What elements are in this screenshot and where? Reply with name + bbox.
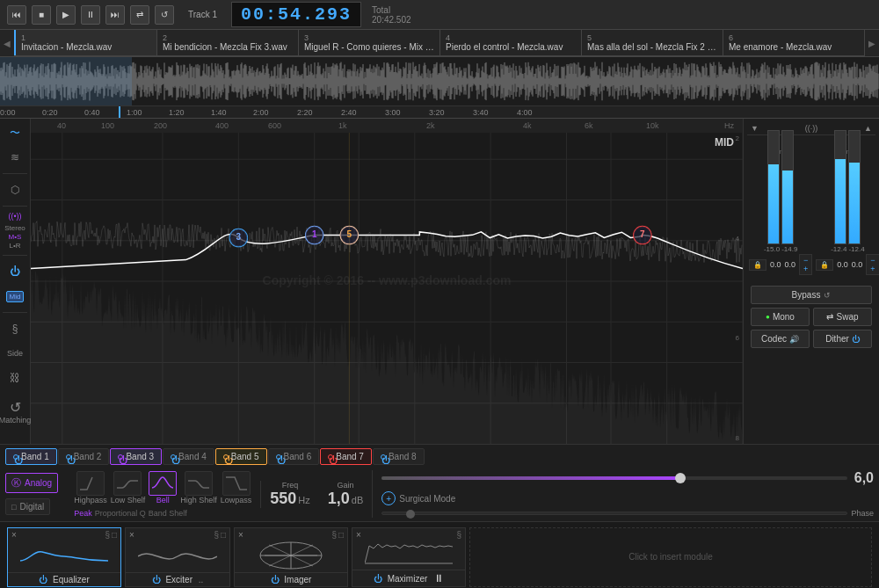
q-slider-container[interactable] xyxy=(381,476,846,480)
transport-bar: ⏮ ■ ▶ ⏸ ⏭ ⇄ ↺ Track 1 00:54.293 Total 20… xyxy=(0,0,879,30)
highpass-icon[interactable] xyxy=(76,471,105,496)
track-item-3[interactable]: 3 Miguel R - Como quieres - Mix (Or... xyxy=(299,30,440,55)
left-sidebar: 〜 ≋ ⬡ ((•)) Stereo M•S L•R ⏻ Mid § Side … xyxy=(0,119,31,444)
resize-icon[interactable]: ⬡ xyxy=(4,179,25,200)
timeline: 0:00 0:20 0:40 1:00 1:20 1:40 2:00 2:20 … xyxy=(0,105,879,119)
band-tab-2[interactable]: ⏻ Band 2 xyxy=(58,448,110,465)
track-list: 1 Invitacion - Mezcla.wav 2 Mi bendicion… xyxy=(14,30,865,56)
filter-type-icons: Highpass Low Shelf xyxy=(74,471,251,505)
sidebar-divider-3 xyxy=(3,255,26,256)
lowpass-icon[interactable] xyxy=(222,471,251,496)
stereo-mode-icon[interactable]: ((•)) xyxy=(8,212,21,221)
left-meter-group: -0.7 -0.8 Trms -15.0 -14.9 xyxy=(749,139,812,275)
band-tab-8[interactable]: ⏻ Band 8 xyxy=(373,448,425,465)
insert-module-slot[interactable]: Click to insert module xyxy=(469,527,872,587)
bottom-modules: × § □ ⏻ Equalizer × § □ ⏻ Exciter xyxy=(0,521,879,588)
link-icon[interactable]: § xyxy=(4,318,25,339)
sidebar-divider-1 xyxy=(3,173,26,174)
track-item-6[interactable]: 6 Me enamore - Mezcla.wav xyxy=(723,30,865,55)
right-buttons: Bypass ↺ ● Mono ⇄ Swap Codec 🔊 xyxy=(747,282,875,352)
mono-button[interactable]: ● Mono xyxy=(751,308,810,326)
q-slider-section: 6,0 + Surgical Mode Phase xyxy=(372,470,874,518)
right-meter-2 xyxy=(848,130,861,244)
band-tab-3[interactable]: ⏻ Band 3 xyxy=(110,448,162,465)
track-info: Track 1 xyxy=(188,10,217,19)
skip-back-button[interactable]: ⏮ xyxy=(7,5,26,25)
high-shelf-icon[interactable] xyxy=(185,471,213,496)
band-params: Ⓚ Analog □ Digital Highpass xyxy=(5,470,874,518)
freq-block: Freq 550 Hz xyxy=(270,481,310,508)
power-icon[interactable]: ⏻ xyxy=(4,261,25,282)
pause-button[interactable]: ⏸ xyxy=(81,5,100,25)
eq-freq-bar: 40 100 200 400 600 1k 2k 4k 6k 10k Hz xyxy=(31,119,743,133)
bypass-button[interactable]: Bypass ↺ xyxy=(751,286,872,304)
left-meter-1 xyxy=(767,130,780,244)
band-controls: ⏻ Band 1 ⏻ Band 2 ⏻ Band 3 ⏻ Band 4 ⏻ Ba… xyxy=(0,444,879,521)
band-tab-1[interactable]: ⏻ Band 1 xyxy=(5,448,57,465)
main-area: 〜 ≋ ⬡ ((•)) Stereo M•S L•R ⏻ Mid § Side … xyxy=(0,119,879,444)
digital-button[interactable]: □ Digital xyxy=(5,498,50,515)
maximizer-module-waveform xyxy=(352,541,465,570)
band-tab-7[interactable]: ⏻ Band 7 xyxy=(320,448,372,465)
total-time: Total 20:42.502 xyxy=(372,5,411,25)
eq-canvas xyxy=(31,119,743,444)
module-maximizer[interactable]: × § ⏻ Maximizer ⏸ xyxy=(352,527,466,587)
track-item-1[interactable]: 1 Invitacion - Mezcla.wav xyxy=(14,30,157,55)
analog-button[interactable]: Ⓚ Analog xyxy=(5,473,58,493)
track-item-5[interactable]: 5 Mas alla del sol - Mezcla Fix 2 (Ta... xyxy=(582,30,723,55)
filter-sublabels: Peak Proportional Q Band Shelf xyxy=(74,509,251,518)
track-nav-right[interactable]: ▶ xyxy=(865,30,879,56)
loop-button[interactable]: ⇄ xyxy=(130,5,149,25)
phase-section: Phase xyxy=(381,509,874,518)
band-tab-4[interactable]: ⏻ Band 4 xyxy=(163,448,214,465)
eq-display[interactable]: 40 100 200 400 600 1k 2k 4k 6k 10k Hz MI… xyxy=(31,119,743,444)
track-item-4[interactable]: 4 Pierdo el control - Mezcla.wav xyxy=(440,30,582,55)
eq-db-labels: 2 4 6 8 xyxy=(736,133,739,444)
swap-button[interactable]: ⇄ Swap xyxy=(813,308,872,326)
waveform-canvas xyxy=(0,57,879,105)
skip-forward-button[interactable]: ⏭ xyxy=(105,5,125,25)
band-tab-5[interactable]: ⏻ Band 5 xyxy=(215,448,267,465)
codec-button[interactable]: Codec 🔊 xyxy=(751,330,810,348)
sidebar-divider-2 xyxy=(3,206,26,207)
proportional-q-label[interactable]: Proportional Q xyxy=(95,509,146,518)
surgical-mode-button[interactable]: + xyxy=(381,491,396,505)
right-meter-1 xyxy=(834,130,846,244)
spectrum-icon[interactable]: ≋ xyxy=(4,147,25,168)
imager-module-waveform xyxy=(235,541,347,572)
record-button[interactable]: ↺ xyxy=(155,5,174,25)
stop-button[interactable]: ■ xyxy=(32,5,51,25)
freq-gain-section: Freq 550 Hz Gain 1,0 dB xyxy=(260,481,363,508)
peak-label[interactable]: Peak xyxy=(74,509,92,518)
module-close-equalizer[interactable]: × xyxy=(11,530,17,540)
band-tab-6[interactable]: ⏻ Band 6 xyxy=(268,448,320,465)
module-close-maximizer[interactable]: × xyxy=(356,530,361,540)
dither-button[interactable]: Dither ⏻ xyxy=(813,330,872,348)
low-shelf-icon[interactable] xyxy=(113,471,142,496)
band-shelf-label[interactable]: Band Shelf xyxy=(149,509,187,518)
eq-mode-label: MID xyxy=(715,136,734,149)
waveform-area[interactable]: 0:00 0:20 0:40 1:00 1:20 1:40 2:00 2:20 … xyxy=(0,57,879,119)
play-button[interactable]: ▶ xyxy=(56,5,76,25)
module-close-imager[interactable]: × xyxy=(238,530,243,540)
module-exciter[interactable]: × § □ ⏻ Exciter .. xyxy=(125,527,230,587)
track-nav-left[interactable]: ◀ xyxy=(0,30,14,56)
side-icon[interactable]: Side xyxy=(4,343,25,364)
matching-button[interactable]: ↺ Matching xyxy=(0,399,31,425)
svg-line-3 xyxy=(269,545,291,555)
track-item-2[interactable]: 2 Mi bendicion - Mezcla Fix 3.wav xyxy=(157,30,299,55)
eq-curve-icon[interactable]: 〜 xyxy=(4,122,25,143)
bell-icon[interactable] xyxy=(149,471,177,496)
chain-icon[interactable]: ⛓ xyxy=(4,367,25,388)
module-close-exciter[interactable]: × xyxy=(129,530,134,540)
right-meter-group: -0.1 -0.1 Trms -12.4 -12.4 xyxy=(816,139,879,275)
mid-icon[interactable]: Mid xyxy=(4,286,25,307)
gain-block: Gain 1,0 dB xyxy=(328,481,364,508)
exciter-module-waveform xyxy=(126,541,229,572)
svg-rect-9 xyxy=(365,563,453,564)
module-imager[interactable]: × § □ ⏻ Imager xyxy=(234,527,348,587)
module-equalizer[interactable]: × § □ ⏻ Equalizer xyxy=(7,527,121,587)
sidebar-divider-4 xyxy=(3,312,26,313)
playhead[interactable] xyxy=(119,106,120,119)
left-meter-2 xyxy=(781,130,794,244)
